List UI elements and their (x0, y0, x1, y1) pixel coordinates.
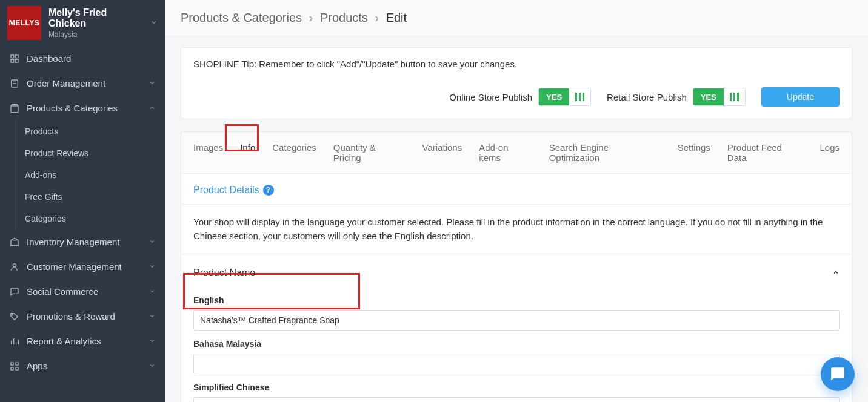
chevron-down-icon (150, 19, 158, 28)
tab-settings[interactable]: Settings (678, 132, 710, 173)
sidebar-subitem-addons[interactable]: Add-ons (15, 164, 165, 186)
chat-fab[interactable] (821, 357, 855, 391)
svg-rect-15 (11, 363, 13, 365)
tab-info[interactable]: Info (240, 132, 255, 173)
sidebar-item-label: Customer Management (27, 262, 142, 272)
store-name: Melly's Fried Chicken (48, 7, 143, 29)
orders-icon (10, 79, 19, 88)
svg-rect-0 (11, 55, 14, 58)
sidebar-item-label: Social Commerce (27, 286, 142, 297)
dashboard-icon (10, 54, 19, 64)
chevron-down-icon (149, 288, 155, 295)
publish-row: Online Store Publish YES Retail Store Pu… (193, 87, 840, 107)
svg-rect-8 (11, 240, 18, 245)
online-publish-label: Online Store Publish (449, 92, 532, 102)
sidebar-item-label: Products & Categories (27, 103, 142, 113)
sidebar-item-report-analytics[interactable]: Report & Analytics (0, 329, 165, 354)
product-name-header[interactable]: Product Name (181, 254, 852, 285)
breadcrumb-mid[interactable]: Products (320, 11, 368, 24)
chinese-label: Simplified Chinese (193, 374, 840, 397)
tip-text: SHOPLINE Tip: Remember to click "Add"/"U… (193, 59, 840, 69)
chevron-up-icon (149, 105, 155, 112)
sidebar-item-label: Report & Analytics (27, 336, 142, 346)
sidebar-item-inventory-management[interactable]: Inventory Management (0, 229, 165, 254)
product-name-title: Product Name (193, 268, 255, 278)
sidebar-subitem-free-gifts[interactable]: Free Gifts (15, 186, 165, 208)
tab-images[interactable]: Images (193, 132, 223, 173)
chevron-down-icon (149, 80, 155, 87)
chevron-down-icon (149, 313, 155, 320)
breadcrumb-root[interactable]: Products & Categories (181, 11, 302, 24)
sidebar-item-order-management[interactable]: Order Management (0, 71, 165, 96)
sidebar-item-label: Dashboard (27, 53, 155, 64)
section-title: Product Details (193, 185, 259, 196)
customer-icon (10, 262, 19, 272)
sidebar-item-label: Inventory Management (27, 237, 142, 247)
chevron-up-icon (832, 268, 840, 278)
product-tabs-card: Images Info Categories Quantity & Pricin… (181, 131, 852, 402)
help-icon[interactable]: ? (263, 185, 274, 196)
sidebar-subitem-product-reviews[interactable]: Product Reviews (15, 142, 165, 164)
toggle-off-handle (569, 88, 590, 105)
english-label: English (193, 287, 840, 310)
svg-rect-3 (11, 59, 14, 62)
svg-rect-17 (11, 367, 13, 370)
sidebar-nav: Dashboard Order Management Products & Ca… (0, 46, 165, 378)
tab-seo[interactable]: Search Engine Optimization (549, 132, 661, 173)
bahasa-label: Bahasa Malaysia (193, 331, 840, 354)
svg-rect-1 (15, 55, 18, 58)
sidebar-item-products-categories[interactable]: Products & Categories (0, 96, 165, 120)
sidebar-item-label: Promotions & Reward (27, 311, 142, 321)
sidebar-subitem-categories[interactable]: Categories (15, 208, 165, 229)
sidebar-subnav-products: Products Product Reviews Add-ons Free Gi… (15, 120, 165, 229)
section-description: Your shop will display in the language y… (181, 205, 852, 254)
chat-icon (10, 287, 19, 297)
product-details-head: Product Details ? (181, 174, 852, 205)
svg-rect-18 (16, 367, 18, 370)
chinese-input[interactable] (193, 397, 840, 402)
store-logo: MELLYS (7, 6, 41, 40)
product-tabs: Images Info Categories Quantity & Pricin… (181, 132, 852, 174)
retail-publish-toggle[interactable]: YES (693, 88, 746, 106)
tab-addon-items[interactable]: Add-on items (479, 132, 532, 173)
english-input[interactable] (193, 310, 840, 331)
sidebar-item-social-commerce[interactable]: Social Commerce (0, 279, 165, 304)
chevron-down-icon (149, 363, 155, 370)
update-button[interactable]: Update (761, 87, 840, 107)
sidebar-item-promotions-reward[interactable]: Promotions & Reward (0, 304, 165, 329)
retail-publish-group: Retail Store Publish YES (607, 88, 746, 106)
bahasa-input[interactable] (193, 354, 840, 374)
svg-rect-2 (15, 59, 18, 62)
tab-variations[interactable]: Variations (422, 132, 462, 173)
main-content: Products & Categories › Products › Edit … (165, 0, 868, 402)
store-info: Melly's Fried Chicken Malaysia (48, 7, 143, 39)
tab-categories[interactable]: Categories (272, 132, 316, 173)
tip-card: SHOPLINE Tip: Remember to click "Add"/"U… (181, 47, 852, 119)
toggle-off-handle (724, 88, 745, 105)
sidebar-item-label: Order Management (27, 78, 142, 88)
sidebar-item-dashboard[interactable]: Dashboard (0, 46, 165, 71)
products-icon (10, 104, 19, 113)
retail-publish-label: Retail Store Publish (607, 92, 687, 102)
svg-rect-16 (16, 363, 18, 365)
product-name-fields: English Bahasa Malaysia Simplified Chine… (181, 285, 852, 402)
sidebar-item-apps[interactable]: Apps (0, 354, 165, 378)
inventory-icon (10, 237, 19, 247)
breadcrumb-sep: › (309, 11, 313, 24)
tab-logs[interactable]: Logs (820, 132, 840, 173)
breadcrumb-sep: › (375, 11, 379, 24)
online-publish-toggle[interactable]: YES (538, 88, 591, 106)
sidebar-subitem-products[interactable]: Products (15, 120, 165, 142)
toggle-on-label: YES (693, 88, 724, 105)
tag-icon (10, 312, 19, 321)
online-publish-group: Online Store Publish YES (449, 88, 591, 106)
svg-point-10 (12, 314, 13, 315)
analytics-icon (10, 337, 19, 346)
sidebar-item-label: Apps (27, 361, 142, 371)
sidebar-item-customer-management[interactable]: Customer Management (0, 254, 165, 279)
tab-quantity-pricing[interactable]: Quantity & Pricing (333, 132, 406, 173)
sidebar: MELLYS Melly's Fried Chicken Malaysia Da… (0, 0, 165, 402)
tab-product-feed-data[interactable]: Product Feed Data (727, 132, 803, 173)
store-selector[interactable]: MELLYS Melly's Fried Chicken Malaysia (0, 0, 165, 46)
apps-icon (10, 361, 19, 371)
